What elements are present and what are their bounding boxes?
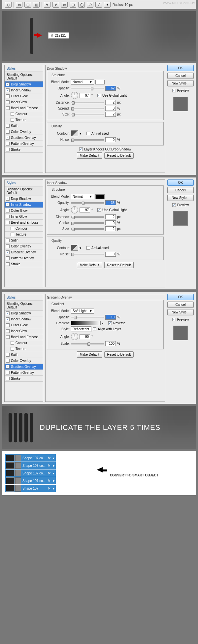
color-swatch[interactable] bbox=[95, 80, 105, 84]
style-inner-glow[interactable]: Inner Glow bbox=[5, 99, 43, 105]
angle-value[interactable]: 97 bbox=[80, 93, 90, 98]
section-title: Drop Shadow bbox=[47, 67, 164, 70]
layer-row[interactable]: Shape 107 co...fx▾ bbox=[5, 477, 56, 484]
drop-shadow-settings: Drop Shadow Structure Blend Mode:Normal▼… bbox=[45, 65, 165, 173]
duplicate-text: DUPLICATE THE LAYER 5 TIMES bbox=[40, 423, 160, 432]
custom-shape-icon[interactable]: ✦ bbox=[104, 2, 111, 8]
style-bevel[interactable]: Bevel and Emboss bbox=[5, 105, 43, 111]
canvas-preview: # 212121 bbox=[2, 11, 196, 61]
opacity-slider[interactable] bbox=[71, 88, 104, 89]
freeform-icon[interactable]: ✐ bbox=[52, 2, 59, 8]
preview-check[interactable]: ✓ bbox=[172, 89, 176, 92]
layer-row[interactable]: Shape 107 co...fx▾ bbox=[5, 462, 56, 469]
cancel-button[interactable]: Cancel bbox=[167, 73, 194, 79]
spread-slider[interactable] bbox=[71, 108, 104, 109]
fill-pixels-btn[interactable]: ▥ bbox=[33, 2, 40, 8]
new-style-button[interactable]: New Style... bbox=[167, 80, 194, 86]
gradient-picker[interactable] bbox=[71, 321, 101, 325]
style-contour[interactable]: Contour bbox=[5, 111, 43, 117]
layer-row[interactable]: Shape 107 co...fx▾ bbox=[5, 454, 56, 462]
preview-swatch bbox=[173, 97, 188, 111]
shape-layers-btn[interactable]: ▭ bbox=[16, 2, 22, 8]
layer-style-dialog-inner-shadow: Styles Blending Options: Default ✓Drop S… bbox=[2, 177, 196, 290]
ellipse-icon[interactable]: ◯ bbox=[78, 2, 85, 8]
style-drop-shadow[interactable]: ✓Drop Shadow bbox=[5, 81, 43, 87]
shape-bar bbox=[30, 18, 33, 54]
style-texture[interactable]: Texture bbox=[5, 117, 43, 123]
contour-picker[interactable] bbox=[71, 130, 78, 136]
layer-style-dialog-drop-shadow: Styles Blending Options: Default ✓Drop S… bbox=[2, 63, 196, 175]
hex-input[interactable]: # 212121 bbox=[48, 32, 69, 39]
noise-slider[interactable] bbox=[71, 139, 104, 141]
style-gradient-overlay[interactable]: ✓Gradient Overlay bbox=[5, 135, 43, 141]
watermark-bottom: WWW.MISSYUAN.COM bbox=[62, 474, 193, 477]
styles-header[interactable]: Styles bbox=[5, 65, 43, 72]
polygon-icon[interactable]: ⬠ bbox=[87, 2, 93, 8]
layer-row[interactable]: Shape 107fx▾ bbox=[5, 485, 56, 492]
angle-dial[interactable] bbox=[71, 92, 78, 99]
style-inner-shadow[interactable]: ✓Inner Shadow bbox=[5, 87, 43, 93]
radius-label: Radius: 10 px bbox=[113, 3, 133, 7]
color-swatch[interactable] bbox=[95, 194, 105, 199]
convert-section: Shape 107 co...fx▾ Shape 107 co...fx▾ Sh… bbox=[2, 451, 196, 495]
line-icon[interactable]: ╱ bbox=[95, 2, 102, 8]
reverse-check[interactable]: ✓ bbox=[108, 321, 112, 325]
rounded-rect-icon[interactable]: ▢ bbox=[70, 2, 76, 8]
layer-style-dialog-gradient-overlay: Styles Blending Options: Default ✓Drop S… bbox=[2, 292, 196, 404]
reset-default-button[interactable]: Reset to Default bbox=[104, 152, 134, 159]
paths-btn[interactable]: ◫ bbox=[24, 2, 31, 8]
layers-panel: Shape 107 co...fx▾ Shape 107 co...fx▾ Sh… bbox=[5, 454, 56, 492]
align-check[interactable]: ✓ bbox=[93, 327, 96, 331]
styles-panel: Styles Blending Options: Default ✓Drop S… bbox=[4, 65, 43, 173]
distance-slider[interactable] bbox=[71, 102, 104, 103]
style-stroke[interactable]: Stroke bbox=[5, 147, 43, 153]
anti-alias-check[interactable] bbox=[86, 132, 90, 135]
style-outer-glow[interactable]: Outer Glow bbox=[5, 93, 43, 99]
style-pattern-overlay[interactable]: Pattern Overlay bbox=[5, 141, 43, 147]
bars-group bbox=[9, 413, 33, 442]
rect-icon[interactable]: ▭ bbox=[61, 2, 68, 8]
watermark: WWW.MISSYUAN.COM bbox=[163, 1, 195, 5]
pen-icon[interactable]: ✎ bbox=[44, 2, 50, 8]
style-color-overlay[interactable]: Color Overlay bbox=[5, 129, 43, 135]
global-light-check[interactable]: ✓ bbox=[97, 94, 101, 97]
layer-row[interactable]: Shape 107 co...fx▾ bbox=[5, 469, 56, 477]
blending-options[interactable]: Blending Options: Default bbox=[5, 72, 43, 81]
shape-fill-btn[interactable]: ▢ bbox=[5, 2, 12, 8]
size-slider[interactable] bbox=[71, 114, 104, 115]
ok-button[interactable]: OK bbox=[167, 65, 194, 71]
style-satin[interactable]: Satin bbox=[5, 123, 43, 129]
duplicate-preview: DUPLICATE THE LAYER 5 TIMES bbox=[2, 406, 196, 449]
arrow-icon bbox=[37, 33, 42, 38]
opacity-value[interactable]: 62 bbox=[105, 86, 116, 91]
arrow-left-icon bbox=[97, 467, 107, 473]
knockout-check[interactable]: ✓ bbox=[79, 147, 83, 151]
make-default-button[interactable]: Make Default bbox=[77, 152, 102, 159]
hex-value: 212121 bbox=[55, 34, 66, 37]
hash: # bbox=[51, 34, 53, 37]
blend-mode-select[interactable]: Normal▼ bbox=[71, 79, 94, 85]
